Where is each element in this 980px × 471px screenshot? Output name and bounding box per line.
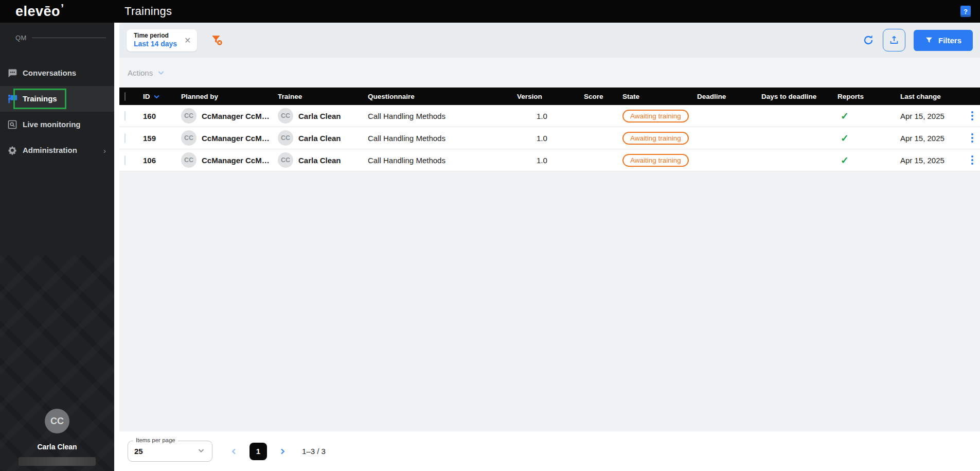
cell-last-change: Apr 15, 2025 <box>900 112 965 120</box>
column-header-trainee[interactable]: Trainee <box>278 93 368 100</box>
qm-divider <box>32 38 106 38</box>
cell-trainee: CC Carla Clean <box>278 130 368 146</box>
filter-bar-actions: Filters <box>862 29 973 51</box>
cell-id: 106 <box>143 156 181 165</box>
cell-id: 159 <box>143 134 181 143</box>
monitor-search-icon <box>6 118 19 131</box>
check-icon: ✓ <box>838 133 849 144</box>
status-badge: Awaiting training <box>622 132 689 145</box>
actions-bar: Actions <box>119 58 980 88</box>
selection-outline: Trainings <box>13 89 66 109</box>
app-root: elevēo’ QM Conversations Trainings <box>0 0 980 471</box>
cell-version: 1.0 <box>517 156 584 165</box>
items-per-page-select[interactable]: Items per page 25 <box>128 441 212 462</box>
chevron-down-icon <box>157 68 165 77</box>
sidebar-user-area: CC Carla Clean <box>0 409 114 471</box>
user-name: Carla Clean <box>37 443 77 451</box>
table-row[interactable]: 160 CC CcManager CcM… CC Carla Clean Cal… <box>119 105 980 127</box>
cell-reports: ✓ <box>838 154 900 166</box>
column-header-score[interactable]: Score <box>584 93 622 100</box>
eleveo-logo[interactable]: elevēo’ <box>15 4 64 20</box>
column-header-questionnaire[interactable]: Questionnaire <box>368 93 517 100</box>
chip-text: Time period Last 14 days <box>134 32 177 49</box>
close-icon[interactable]: ✕ <box>183 34 192 46</box>
sidebar-item-label: Live monitoring <box>23 120 81 129</box>
chevron-down-icon <box>197 446 206 457</box>
sidebar-item-label: Trainings <box>23 94 57 103</box>
avatar: CC <box>181 130 197 146</box>
clear-filters-icon[interactable] <box>210 33 224 47</box>
column-header-reports[interactable]: Reports <box>838 93 900 100</box>
pagination-bar: Items per page 25 1 <box>119 431 980 471</box>
status-badge: Awaiting training <box>622 154 689 167</box>
avatar[interactable]: CC <box>45 409 69 433</box>
chip-value: Last 14 days <box>134 40 177 49</box>
row-menu-kebab-icon[interactable] <box>965 155 980 165</box>
page-title: Trainings <box>124 5 172 18</box>
time-period-filter-chip[interactable]: Time period Last 14 days ✕ <box>127 29 197 51</box>
sidebar-item-live-monitoring[interactable]: Live monitoring <box>0 112 114 137</box>
items-per-page-value: 25 <box>134 447 143 456</box>
sidebar-item-label: Conversations <box>23 68 76 77</box>
avatar: CC <box>181 152 197 168</box>
logo-row: elevēo’ <box>0 0 114 23</box>
cell-version: 1.0 <box>517 112 584 120</box>
help-book-icon[interactable]: ? <box>960 6 971 17</box>
column-header-state[interactable]: State <box>622 93 697 100</box>
column-header-last-change[interactable]: Last change <box>900 93 965 100</box>
next-page-icon[interactable] <box>278 447 287 456</box>
sidebar-item-administration[interactable]: Administration › <box>0 137 114 163</box>
user-status-bar <box>19 457 96 466</box>
gear-icon <box>6 144 19 156</box>
cell-questionnaire: Call Handling Methods <box>368 112 517 120</box>
sidebar-item-conversations[interactable]: Conversations <box>0 60 114 86</box>
sidebar: elevēo’ QM Conversations Trainings <box>0 0 114 471</box>
export-button[interactable] <box>883 29 905 51</box>
status-badge: Awaiting training <box>622 110 689 123</box>
column-header-deadline[interactable]: Deadline <box>697 93 761 100</box>
row-menu-kebab-icon[interactable] <box>965 133 980 143</box>
refresh-icon[interactable] <box>862 34 875 46</box>
panel-stack: Time period Last 14 days ✕ <box>119 23 980 471</box>
cell-planned-by: CC CcManager CcM… <box>181 152 278 168</box>
previous-page-icon[interactable] <box>230 447 238 456</box>
cell-version: 1.0 <box>517 134 584 143</box>
table-row[interactable]: 159 CC CcManager CcM… CC Carla Clean Cal… <box>119 127 980 149</box>
logo-mark: ’ <box>61 2 64 14</box>
sort-desc-icon <box>153 93 161 100</box>
avatar: CC <box>181 108 197 124</box>
cell-last-change: Apr 15, 2025 <box>900 134 965 143</box>
cell-reports: ✓ <box>838 132 900 144</box>
cell-planned-by: CC CcManager CcM… <box>181 108 278 124</box>
actions-dropdown[interactable]: Actions <box>128 68 165 77</box>
chip-label: Time period <box>134 32 177 40</box>
row-menu-kebab-icon[interactable] <box>965 111 980 120</box>
check-icon: ✓ <box>838 155 849 166</box>
row-checkbox[interactable] <box>124 133 126 143</box>
column-header-planned-by[interactable]: Planned by <box>181 93 278 100</box>
row-checkbox[interactable] <box>124 111 126 121</box>
column-header-id[interactable]: ID <box>143 93 181 100</box>
table-row[interactable]: 106 CC CcManager CcM… CC Carla Clean Cal… <box>119 149 980 171</box>
actions-label: Actions <box>128 68 153 77</box>
avatar: CC <box>278 108 293 124</box>
qm-label: QM <box>15 34 27 42</box>
cell-trainee: CC Carla Clean <box>278 108 368 124</box>
cell-planned-by: CC CcManager CcM… <box>181 130 278 146</box>
avatar: CC <box>278 130 293 146</box>
filters-button[interactable]: Filters <box>914 30 973 51</box>
pager: 1 1–3 / 3 <box>230 443 326 460</box>
current-page-button[interactable]: 1 <box>250 443 267 460</box>
sidebar-item-trainings[interactable]: Trainings <box>0 86 114 112</box>
cell-last-change: Apr 15, 2025 <box>900 156 965 165</box>
column-header-days-to-deadline[interactable]: Days to deadline <box>761 93 838 100</box>
empty-area <box>119 171 980 431</box>
column-header-version[interactable]: Version <box>517 93 584 100</box>
cell-id: 160 <box>143 112 181 120</box>
cell-questionnaire: Call Handling Methods <box>368 134 517 143</box>
sidebar-item-label: Administration <box>23 146 77 154</box>
filters-button-label: Filters <box>938 36 961 45</box>
page-body: Time period Last 14 days ✕ <box>114 23 980 471</box>
select-all-checkbox[interactable] <box>124 92 126 101</box>
row-checkbox[interactable] <box>124 155 126 165</box>
